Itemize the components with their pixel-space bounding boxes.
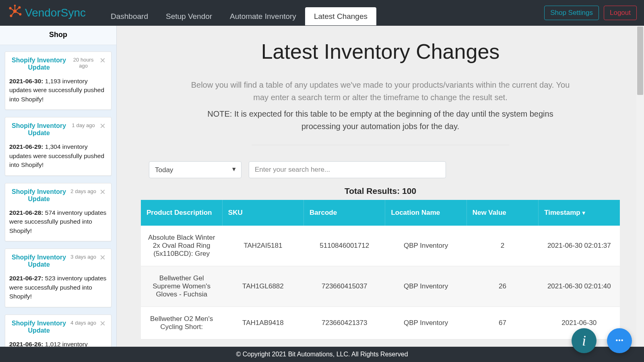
logout-button[interactable]: Logout: [604, 6, 637, 20]
cell-sku: TAH2AI5181: [222, 226, 303, 266]
notification-timestamp: 1 day ago: [68, 122, 98, 128]
notification-title: Shopify Inventory Update: [9, 320, 68, 334]
cell-barcode: 723660415037: [304, 266, 385, 307]
cell-sku: TAH1GL6882: [222, 266, 303, 307]
sidebar-scroll[interactable]: Shopify Inventory Update20 hours ago×202…: [0, 45, 116, 347]
nav-link-dashboard[interactable]: Dashboard: [102, 7, 157, 25]
page-note: NOTE: It is expected for this table to b…: [187, 108, 574, 133]
vendorsync-logo-icon: [7, 4, 23, 22]
total-results: Total Results: 100: [141, 186, 620, 196]
notification-timestamp: 4 days ago: [68, 320, 98, 326]
cell-desc: Absolute Black Winter 2x Oval Road Ring …: [141, 226, 222, 266]
notifications-sidebar: Shop Shopify Inventory Update20 hours ag…: [0, 26, 117, 347]
top-right-buttons: Shop Settings Logout: [544, 6, 637, 20]
close-icon[interactable]: ×: [98, 320, 107, 327]
page-subtext: Below you will find a table of any updat…: [187, 79, 574, 104]
chat-bubble-button[interactable]: [607, 328, 632, 353]
notification-card: Shopify Inventory Update2 days ago×2021-…: [5, 183, 111, 241]
divider: [252, 145, 509, 145]
cell-val: 67: [466, 307, 539, 339]
notification-body: 2021-06-29: 1,304 inventory updates were…: [9, 142, 107, 169]
cell-sku: TAH1AB9418: [222, 307, 303, 339]
notification-title: Shopify Inventory Update: [9, 254, 68, 268]
svg-line-7: [15, 8, 19, 12]
notification-card: Shopify Inventory Update20 hours ago×202…: [5, 51, 111, 110]
nav-link-automate-inventory[interactable]: Automate Inventory: [221, 7, 305, 25]
svg-line-8: [15, 11, 20, 14]
timeframe-select[interactable]: Today: [149, 161, 242, 178]
column-header-new-value[interactable]: New Value: [466, 200, 539, 226]
svg-point-11: [616, 339, 617, 341]
column-header-product-description[interactable]: Product Description: [141, 200, 222, 226]
table-row: Absolute Black Winter 2x Oval Road Ring …: [141, 226, 620, 266]
cell-desc: Bellwether Gel Supreme Women's Gloves - …: [141, 266, 222, 307]
nav-link-setup-vendor[interactable]: Setup Vendor: [157, 7, 221, 25]
notification-timestamp: 3 days ago: [68, 254, 98, 260]
close-icon[interactable]: ×: [98, 122, 107, 130]
timeframe-select-wrap: Today: [149, 161, 242, 178]
notification-card: Shopify Inventory Update4 days ago×2021-…: [5, 315, 111, 347]
top-nav-bar: VendorSync DashboardSetup VendorAutomate…: [0, 0, 644, 26]
cell-loc: QBP Inventory: [385, 307, 466, 339]
table-row: Bellwether Gel Supreme Women's Gloves - …: [141, 266, 620, 307]
chat-icon: [612, 333, 627, 348]
nav-link-latest-changes[interactable]: Latest Changes: [305, 7, 376, 25]
cell-desc: Bellwether O2 Men's Cycling Short:: [141, 307, 222, 339]
notification-title: Shopify Inventory Update: [9, 122, 68, 137]
cell-loc: QBP Inventory: [385, 266, 466, 307]
cell-val: 2: [466, 226, 539, 266]
notification-card: Shopify Inventory Update3 days ago×2021-…: [5, 249, 111, 307]
main-content[interactable]: Latest Inventory Changes Below you will …: [117, 26, 644, 347]
close-icon[interactable]: ×: [98, 254, 107, 261]
cell-ts: 2021-06-30 02:01:37: [539, 226, 620, 266]
cell-barcode: 723660421373: [304, 307, 385, 339]
sort-desc-icon: ▼: [581, 210, 586, 216]
scrollbar-thumb[interactable]: [637, 27, 643, 95]
nav-links: DashboardSetup VendorAutomate InventoryL…: [102, 0, 376, 26]
cell-loc: QBP Inventory: [385, 226, 466, 266]
notification-body: 2021-06-27: 523 inventory updates were s…: [9, 274, 107, 301]
main-scrollbar[interactable]: [636, 26, 644, 347]
cell-barcode: 5110846001712: [304, 226, 385, 266]
column-header-sku[interactable]: SKU: [222, 200, 303, 226]
cell-val: 26: [466, 266, 539, 307]
cell-ts: 2021-06-30 02:01:40: [539, 266, 620, 307]
filter-controls: Today: [149, 161, 620, 178]
svg-point-13: [621, 339, 623, 341]
notification-body: 2021-06-30: 1,193 inventory updates were…: [9, 77, 107, 104]
brand-logo[interactable]: VendorSync: [7, 4, 86, 22]
column-header-timestamp[interactable]: Timestamp▼: [539, 200, 620, 226]
brand-name: VendorSync: [25, 6, 86, 19]
inventory-changes-table: Product DescriptionSKUBarcodeLocation Na…: [141, 200, 620, 339]
notification-card: Shopify Inventory Update1 day ago×2021-0…: [5, 117, 111, 175]
svg-line-9: [11, 11, 15, 16]
column-header-location-name[interactable]: Location Name: [385, 200, 466, 226]
notification-title: Shopify Inventory Update: [9, 57, 68, 71]
notification-timestamp: 20 hours ago: [68, 57, 98, 69]
shop-settings-button[interactable]: Shop Settings: [544, 6, 599, 20]
notification-body: 2021-06-26: 1,012 inventory updates were…: [9, 340, 107, 347]
notification-timestamp: 2 days ago: [68, 188, 98, 194]
close-icon[interactable]: ×: [98, 188, 107, 195]
table-row: Bellwether O2 Men's Cycling Short:TAH1AB…: [141, 307, 620, 339]
notification-body: 2021-06-28: 574 inventory updates were s…: [9, 208, 107, 235]
info-bubble-button[interactable]: i: [572, 328, 597, 353]
close-icon[interactable]: ×: [98, 57, 107, 64]
svg-point-12: [619, 339, 620, 341]
column-header-barcode[interactable]: Barcode: [304, 200, 385, 226]
search-input[interactable]: [249, 161, 446, 178]
notification-title: Shopify Inventory Update: [9, 188, 68, 203]
page-title: Latest Inventory Changes: [141, 39, 620, 64]
footer: © Copyright 2021 Bit Automations, LLC. A…: [0, 347, 644, 362]
sidebar-header: Shop: [0, 26, 116, 45]
